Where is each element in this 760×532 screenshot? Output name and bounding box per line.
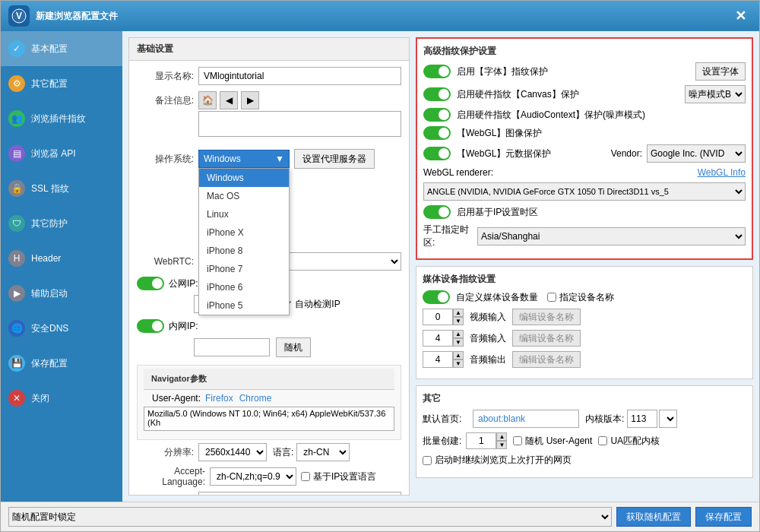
public-ip-toggle[interactable] [137, 277, 164, 290]
ip-lang-checkbox[interactable] [301, 472, 310, 481]
internal-ip-input[interactable] [194, 338, 270, 356]
inner-ver-select[interactable]: ▼ [659, 410, 677, 428]
audio-toggle[interactable] [423, 108, 451, 122]
accept-lang-row: Accept-Language: zh-CN,zh;q=0.9 基于IP设置语言 [129, 466, 409, 487]
os-option-iphonex[interactable]: iPhone X [199, 223, 289, 242]
webgl-image-toggle[interactable] [423, 126, 451, 140]
audio-in-spin-up[interactable]: ▲ [453, 330, 464, 338]
proxy-server-button[interactable]: 设置代理服务器 [294, 149, 375, 169]
os-option-iphone5[interactable]: iPhone 5 [199, 296, 289, 315]
os-option-iphone6[interactable]: iPhone 6 [199, 278, 289, 296]
tz-toggle[interactable] [423, 205, 451, 219]
set-font-button[interactable]: 设置字体 [695, 62, 746, 81]
platform-select[interactable]: Win32 [198, 492, 401, 496]
batch-spin-up[interactable]: ▲ [496, 432, 507, 441]
note-textarea[interactable] [198, 111, 401, 137]
audio-in-spin-buttons: ▲ ▼ [453, 330, 464, 347]
random-ip-button[interactable]: 随机 [276, 337, 311, 357]
inner-ver-input[interactable] [627, 410, 657, 428]
home-input[interactable] [473, 410, 579, 428]
os-option-windows[interactable]: Windows [199, 169, 289, 187]
internal-ip-toggle[interactable] [137, 319, 164, 333]
audio-input-edit-button[interactable]: 编辑设备名称 [512, 330, 581, 347]
sidebar-item-plugin[interactable]: 👥 浏览插件指纹 [1, 101, 122, 136]
audio-output-edit-button[interactable]: 编辑设备名称 [512, 351, 581, 368]
vendor-select[interactable]: Google Inc. (NVID [647, 144, 746, 163]
webgl-info-link[interactable]: WebGL Info [698, 167, 746, 178]
firefox-ua-button[interactable]: Firefox [205, 393, 233, 404]
os-option-iphone7[interactable]: iPhone 7 [199, 260, 289, 278]
chrome-ua-button[interactable]: Chrome [239, 393, 272, 404]
fingerprint-section: 高级指纹保护设置 启用【字体】指纹保护 设置字体 启用硬件指纹【Canvas】保… [416, 37, 753, 260]
webgl-renderer-row: WebGL renderer: WebGL Info [423, 167, 746, 178]
get-random-button[interactable]: 获取随机配置 [616, 507, 691, 527]
canvas-mode-select[interactable]: 噪声模式B [685, 85, 746, 103]
webgl-meta-row: 【WebGL】元数据保护 Vendor: Google Inc. (NVID [423, 144, 746, 163]
sidebar-item-protect[interactable]: 🛡 其它防护 [1, 206, 122, 241]
font-toggle[interactable] [423, 65, 451, 78]
video-spin-down[interactable]: ▼ [453, 317, 464, 325]
audio-input-spinbox[interactable] [423, 330, 453, 347]
ip-lang-label: 基于IP设置语言 [301, 470, 376, 483]
os-selected-value: Windows [204, 154, 241, 164]
font-label: 启用【字体】指纹保护 [457, 65, 695, 78]
os-dropdown: Windows Mac OS Linux iPhone X iPhone 8 i… [198, 168, 290, 315]
audio-output-label: 音频输出 [470, 353, 506, 366]
resolution-label: 分辨率: [137, 446, 194, 459]
sidebar-item-basic[interactable]: ✓ 基本配置 [1, 31, 122, 66]
ua-textarea[interactable]: Mozilla/5.0 (Windows NT 10.0; Win64; x64… [144, 407, 394, 431]
window-title: 新建浏览器配置文件 [36, 10, 729, 23]
continue-checkbox[interactable] [423, 456, 432, 465]
webgl-meta-toggle[interactable] [423, 147, 451, 160]
audio-output-spinbox[interactable] [423, 351, 453, 368]
resolution-select[interactable]: 2560x1440 [198, 443, 267, 461]
lang-select[interactable]: zh-CN [296, 443, 350, 461]
video-input-spinbox[interactable] [423, 309, 453, 325]
sidebar-item-api[interactable]: ▤ 浏览器 API [1, 136, 122, 171]
batch-spinbox[interactable] [466, 432, 496, 449]
batch-spin-down[interactable]: ▼ [496, 441, 507, 449]
sidebar-item-close[interactable]: ✕ 关闭 [1, 381, 122, 416]
sidebar-item-dns[interactable]: 🌐 安全DNS [1, 311, 122, 346]
sidebar-item-other[interactable]: ⚙ 其它配置 [1, 66, 122, 101]
lock-select[interactable]: 随机配置时锁定 [8, 507, 612, 527]
sidebar-item-startup[interactable]: ▶ 辅助启动 [1, 276, 122, 311]
webgl-renderer-label: WebGL renderer: [423, 167, 493, 178]
sidebar-item-ssl[interactable]: 🔒 SSL 指纹 [1, 171, 122, 206]
lang-label: 语言: [273, 446, 293, 459]
display-name-input[interactable] [198, 67, 401, 85]
sidebar-item-startup-label: 辅助启动 [31, 287, 68, 300]
audio-out-spin-up[interactable]: ▲ [453, 351, 464, 359]
other-section: 其它 默认首页: 内核版本: ▼ 批量创建: [416, 385, 753, 478]
note-prev-icon[interactable]: ◀ [220, 91, 238, 109]
canvas-toggle[interactable] [423, 87, 451, 101]
os-dropdown-arrow: ▼ [275, 154, 284, 164]
audio-in-spin-down[interactable]: ▼ [453, 338, 464, 347]
video-input-row: ▲ ▼ 视频输入 编辑设备名称 [423, 309, 746, 325]
ua-row: User-Agent: Firefox Chrome [144, 393, 394, 404]
webgl-renderer-select[interactable]: ANGLE (NVIDIA, NVIDIA GeForce GTX 1050 T… [423, 182, 746, 201]
note-home-icon[interactable]: 🏠 [198, 91, 217, 109]
save-icon: 💾 [8, 355, 25, 372]
note-next-icon[interactable]: ▶ [241, 91, 259, 109]
audio-out-spin-down[interactable]: ▼ [453, 359, 464, 368]
save-config-button[interactable]: 保存配置 [695, 507, 752, 527]
os-select[interactable]: Windows ▼ [198, 150, 290, 168]
os-option-macos[interactable]: Mac OS [199, 187, 289, 205]
accept-lang-select[interactable]: zh-CN,zh;q=0.9 [210, 467, 296, 486]
media-custom-toggle[interactable] [423, 290, 450, 304]
os-option-iphone8[interactable]: iPhone 8 [199, 242, 289, 260]
timezone-select[interactable]: Asia/Shanghai [477, 227, 746, 245]
sidebar-item-header[interactable]: H Header [1, 241, 122, 276]
video-edit-button[interactable]: 编辑设备名称 [512, 309, 581, 325]
ua-match-checkbox[interactable] [598, 436, 607, 445]
random-ua-checkbox[interactable] [513, 436, 522, 445]
specify-name-checkbox[interactable] [547, 293, 556, 302]
webgl-image-row: 【WebGL】图像保护 [423, 126, 746, 140]
ssl-icon: 🔒 [8, 180, 25, 197]
video-spin-up[interactable]: ▲ [453, 309, 464, 317]
os-option-linux[interactable]: Linux [199, 205, 289, 223]
close-window-button[interactable]: ✕ [729, 5, 752, 27]
sidebar-item-save[interactable]: 💾 保存配置 [1, 346, 122, 381]
left-panel: 基础设置 显示名称: 备注信息: 🏠 ◀ [128, 37, 410, 496]
